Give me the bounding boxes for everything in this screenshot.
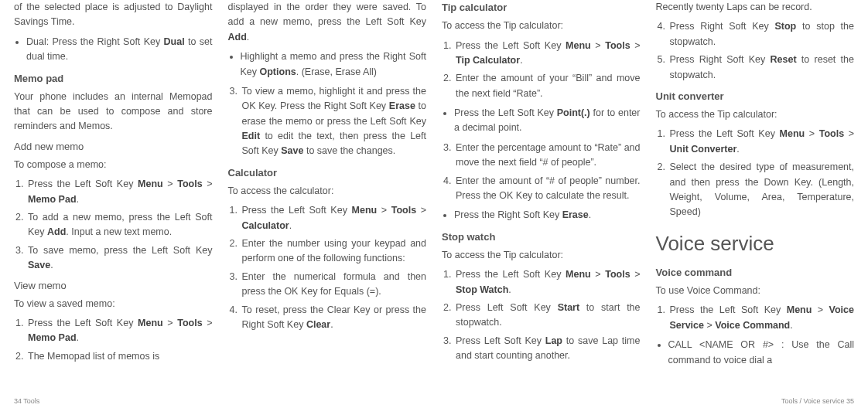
heading-view-memo: View memo — [14, 278, 213, 294]
paragraph: To access the Tip calculator: — [442, 248, 641, 263]
heading-memo-pad: Memo pad — [14, 71, 213, 87]
list-item: Enter the percentage amount to “Rate” an… — [454, 141, 641, 171]
paragraph: To access the Tip calculator: — [656, 107, 855, 122]
footer-label-right: Tools / Voice service — [781, 397, 845, 405]
page-spread: of the selected place is adjusted to Day… — [0, 0, 868, 372]
list-item: Press the Left Soft Key Menu > Tools > U… — [668, 127, 855, 157]
heading-stop-watch: Stop watch — [442, 230, 641, 245]
list-item: To add a new memo, press the Left Soft K… — [26, 210, 213, 240]
page-number-left: 34 — [14, 397, 22, 405]
footer: 34 Tools Tools / Voice service 35 — [0, 397, 868, 405]
list-item: Press the Right Soft Key Erase. — [454, 208, 641, 223]
footer-label-left: Tools — [23, 397, 39, 405]
list-item: Highlight a memo and press the Right Sof… — [241, 49, 427, 80]
text-fragment: of the selected place is adjusted to Day… — [14, 0, 213, 30]
list-item: Press the Left Soft Key Point(.) for to … — [454, 106, 641, 136]
paragraph: To use Voice Command: — [656, 284, 855, 298]
list-item: Press the Left Soft Key Menu > Voice Ser… — [668, 303, 855, 333]
list-item: Press the Left Soft Key Menu > Tools > M… — [26, 177, 213, 207]
list-item: CALL <NAME OR #> : Use the Call command … — [668, 338, 855, 368]
paragraph: To access the Tip calculator: — [442, 19, 641, 33]
list-item: Press the Left Soft Key Menu > Tools > S… — [454, 267, 641, 298]
heading-voice-command: Voice command — [656, 265, 855, 280]
list-item: Enter the numerical formula and then pre… — [241, 270, 427, 300]
list-item: To view a memo, highlight it and press t… — [241, 84, 427, 159]
list-item: Press Right Soft Key Reset to reset the … — [668, 53, 855, 83]
heading-calculator: Calculator — [228, 165, 427, 181]
heading-voice-service: Voice service — [656, 228, 855, 259]
footer-right: Tools / Voice service 35 — [781, 397, 854, 405]
heading-tip-calculator: Tip calculator — [442, 0, 641, 15]
list-item: To reset, press the Clear Key or press t… — [241, 303, 427, 333]
column-4: Recently twenty Laps can be record. Pres… — [656, 0, 855, 372]
list-item: Press the Left Soft Key Menu > Tools > T… — [454, 39, 641, 69]
list-item: Enter the amount of your “Bill” and move… — [454, 71, 641, 101]
heading-add-memo: Add new memo — [14, 139, 213, 155]
text-fragment: Recently twenty Laps can be record. — [656, 0, 855, 15]
heading-unit-converter: Unit converter — [656, 89, 855, 104]
paragraph: To access the calculator: — [228, 184, 427, 199]
list-item: Dual: Press the Right Soft Key Dual to s… — [26, 35, 213, 65]
page-number-right: 35 — [846, 397, 854, 405]
list-item: Press the Left Soft Key Menu > Tools > C… — [241, 203, 427, 233]
paragraph: To compose a memo: — [14, 158, 213, 172]
column-1: of the selected place is adjusted to Day… — [14, 0, 213, 372]
list-item: Press Left Soft Key Lap to save Lap time… — [454, 334, 641, 364]
list-item: Press Right Soft Key Stop to stop the st… — [668, 19, 855, 49]
list-item: The Memopad list of memos is — [26, 349, 213, 364]
paragraph: To view a saved memo: — [14, 297, 213, 311]
list-item: Press the Left Soft Key Menu > Tools > M… — [26, 316, 213, 346]
text-fragment: displayed in the order they were saved. … — [228, 0, 427, 45]
column-3: Tip calculator To access the Tip calcula… — [442, 0, 641, 372]
list-item: Select the desired type of measurement, … — [668, 160, 855, 220]
column-2: displayed in the order they were saved. … — [228, 0, 427, 372]
paragraph: Your phone includes an internal Memopad … — [14, 90, 213, 134]
list-item: Press Left Soft Key Start to start the s… — [454, 301, 641, 331]
footer-left: 34 Tools — [14, 397, 39, 405]
list-item: Enter the number using your keypad and p… — [241, 236, 427, 267]
list-item: To save memo, press the Left Soft Key Sa… — [26, 243, 213, 274]
list-item: Enter the amount of “# of people” number… — [454, 174, 641, 204]
